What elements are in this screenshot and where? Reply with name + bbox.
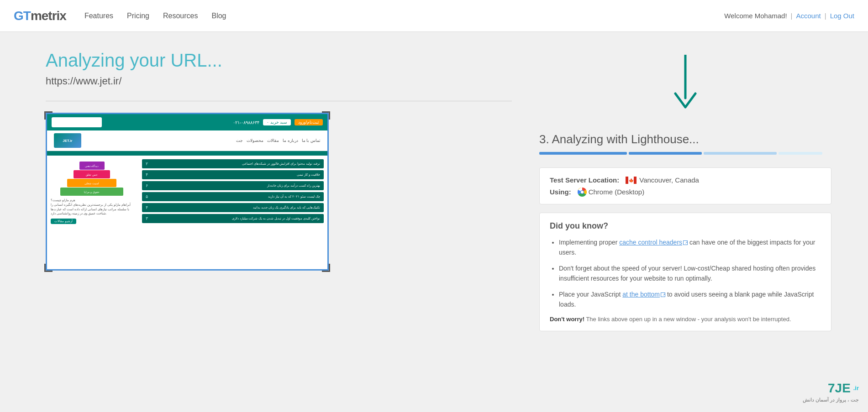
fake-phone: ۰۲۱-۰۸۹۸۸۶۳۴ [233,120,259,125]
nav-features[interactable]: Features [84,12,113,20]
logout-link[interactable]: Log Out [830,12,854,20]
did-you-know-card: Did you know? Implementing proper cache … [539,213,831,331]
svg-rect-1 [626,177,628,184]
fake-list-5: ۴ تکنیک‌هایی که باید برای یادگیری یک زبا… [142,203,324,212]
progress-seg-2 [629,152,702,155]
screenshot-box: ۰۲۱-۰۸۹۸۸۶۳۴ سبد خرید ۰ ثبت‌نام/ورود JET… [46,113,329,271]
fake-nav: جتمحصولاتمقالاتدرباره ماتماس با ما [236,138,321,143]
main-nav: Features Pricing Resources Blog [84,12,226,20]
page-title: Analyzing your URL... [46,50,512,71]
down-arrow [672,55,699,119]
fake-right-content: ۲ ترفند تولید محتوا برای افزایش فالوور د… [138,156,327,269]
screenshot-container: ۰۲۱-۰۸۹۸۸۶۳۴ سبد خرید ۰ ثبت‌نام/ورود JET… [46,113,329,271]
dyk-item-2: Don't forget about the speed of your ser… [559,263,821,284]
logo[interactable]: GTmetrix [14,9,66,23]
fake-left-content: دیدگاه ذهنی حس تعلق امنیت شغلی حقوق و مز… [47,156,138,269]
fake-highlight-bar [47,151,327,156]
jet-watermark: 7JET .ir جت ، پرواز در آسمان دانش [803,379,859,403]
browser-label: Using: [550,188,571,196]
main-content: Analyzing your URL... https://www.jet.ir… [0,32,868,349]
fake-archive-btn: آرشیو مقالات [51,219,76,224]
nav-pricing[interactable]: Pricing [127,12,149,20]
header-right: Welcome Mohamad! | Account | Log Out [724,12,854,20]
separator2: | [825,12,826,20]
left-panel: Analyzing your URL... https://www.jet.ir… [46,50,512,331]
external-link-icon-1 [683,240,688,245]
location-label: Test Server Location: [550,176,619,184]
fake-list-2: ۴ خلاقیت و کار تیمی [142,170,324,179]
fake-list-6: ۳ نواختن کلیدی موفقیت اول در تبدیل شدن ب… [142,214,324,223]
external-link-icon-2 [661,292,665,297]
progress-seg-1 [539,152,627,155]
corner-handle-br [322,264,330,272]
fake-body: دیدگاه ذهنی حس تعلق امنیت شغلی حقوق و مز… [47,156,327,269]
fake-search-bar [52,117,102,127]
divider [46,101,512,101]
logo-gt: GT [14,9,31,23]
dyk-title: Did you know? [550,221,821,231]
cache-control-link[interactable]: cache control headers [619,239,688,246]
fake-topbar: ۰۲۱-۰۸۹۸۸۶۳۴ سبد خرید ۰ ثبت‌نام/ورود [47,114,327,130]
fake-logo: JET.ir [54,133,81,148]
browser-value: Chrome (Desktop) [589,188,645,196]
fake-cart: سبد خرید ۰ [263,119,291,125]
fake-list-4: ۵ چک لیست سئو ۲۰۲۱ که به آن نیاز دارید [142,192,324,201]
pyramid: دیدگاه ذهنی حس تعلق امنیت شغلی حقوق و مز… [51,162,133,230]
fake-orange-btn: ثبت‌نام/ورود [295,119,323,125]
svg-text:7JET: 7JET [828,381,851,395]
location-value: Vancouver, Canada [639,176,699,184]
fake-list-1: ۲ ترفند تولید محتوا برای افزایش فالوور د… [142,159,324,168]
progress-seg-4 [779,152,822,155]
fake-website-preview: ۰۲۱-۰۸۹۸۸۶۳۴ سبد خرید ۰ ثبت‌نام/ورود JET… [47,114,327,269]
right-panel: 3. Analyzing with Lighthouse... Test Ser… [539,50,831,331]
separator1: | [791,12,793,20]
location-row: Test Server Location: 🍁 Vancouver, Canad… [550,176,821,184]
canada-flag-icon: 🍁 [626,177,637,184]
chrome-icon [578,188,586,196]
corner-handle-tl [44,111,53,120]
fake-list-3: ۶ بهترین راه کسب درآمد برای زنان خانه‌دا… [142,181,324,190]
url-display: https://www.jet.ir/ [46,75,512,87]
dyk-list: Implementing proper cache control header… [550,237,821,309]
server-info-card: Test Server Location: 🍁 Vancouver, Canad… [539,167,831,204]
welcome-text: Welcome Mohamad! [724,12,787,20]
header: GTmetrix Features Pricing Resources Blog… [0,0,868,32]
svg-point-7 [581,191,584,193]
corner-handle-tr [322,111,330,120]
arrow-svg [672,55,699,119]
jet-logo-icon: 7JET [828,379,851,397]
svg-text:🍁: 🍁 [629,178,634,183]
dyk-item-1: Implementing proper cache control header… [559,237,821,258]
at-the-bottom-link[interactable]: at the bottom [622,291,665,298]
jet-tagline: جت ، پرواز در آسمان دانش [803,397,859,403]
dont-worry-text: Don't worry! The links above open up in … [550,316,821,323]
corner-handle-bl [44,264,53,272]
logo-metrix: metrix [31,9,66,23]
step-title: 3. Analyzing with Lighthouse... [539,132,831,146]
progress-bar [539,152,831,155]
fake-pyramid-label: هرم مازلو چیست؟ آبراهام مازلو یکی از برج… [51,198,133,216]
progress-seg-3 [704,152,777,155]
dyk-item-3: Place your JavaScript at the bottom to a… [559,289,821,310]
fake-logo-bar: JET.ir جتمحصولاتمقالاتدرباره ماتماس با م… [47,130,327,151]
account-link[interactable]: Account [796,12,821,20]
step-section: 3. Analyzing with Lighthouse... Test Ser… [539,132,831,331]
svg-rect-3 [634,177,637,184]
nav-blog[interactable]: Blog [211,12,226,20]
browser-row: Using: Chrome (Desktop) [550,188,821,196]
nav-resources[interactable]: Resources [163,12,198,20]
